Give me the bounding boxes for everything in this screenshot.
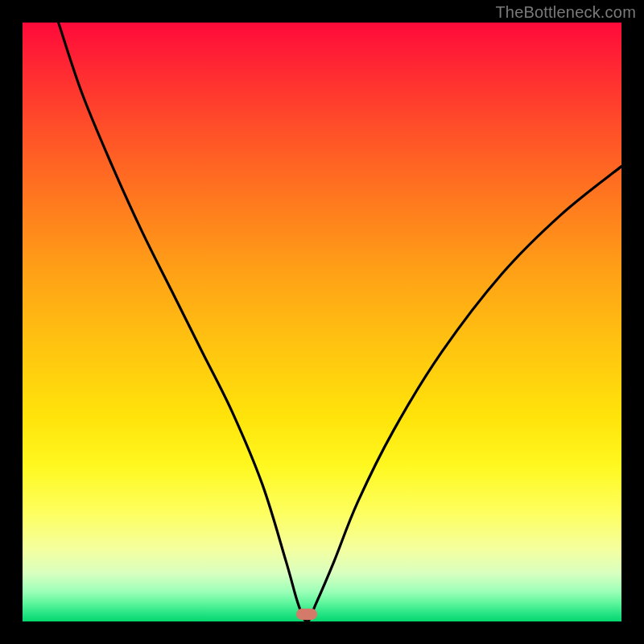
plot-area — [23, 23, 621, 621]
curve-svg — [23, 23, 621, 621]
min-marker — [296, 609, 317, 620]
chart-frame: TheBottleneck.com — [0, 0, 644, 644]
bottleneck-curve — [59, 23, 621, 621]
watermark-text: TheBottleneck.com — [495, 3, 636, 22]
